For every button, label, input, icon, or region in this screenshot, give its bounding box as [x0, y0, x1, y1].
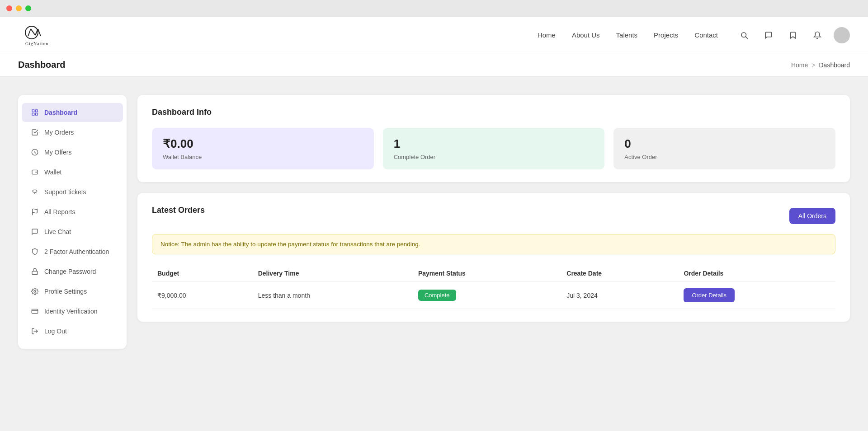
search-icon — [740, 31, 748, 39]
nav-contact[interactable]: Contact — [694, 31, 718, 39]
svg-rect-11 — [35, 113, 38, 115]
profile-settings-icon — [31, 287, 39, 295]
col-order-details: Order Details — [678, 265, 835, 282]
wallet-icon — [31, 168, 39, 176]
logo-icon: GigNation — [18, 22, 54, 49]
reports-icon — [31, 208, 39, 216]
live-chat-icon — [31, 228, 39, 236]
latest-orders-card: Latest Orders All Orders Notice: The adm… — [137, 193, 850, 322]
stats-row: ₹0.00 Wallet Balance 1 Complete Order 0 … — [152, 128, 835, 169]
navbar: GigNation Home About Us Talents Projects… — [0, 17, 868, 53]
row-payment-status: Complete — [413, 282, 561, 309]
breadcrumb-separator: > — [811, 61, 815, 69]
sidebar-item-support[interactable]: Support tickets — [22, 183, 123, 201]
svg-rect-9 — [35, 110, 38, 112]
wallet-balance-value: ₹0.00 — [163, 137, 363, 151]
sidebar-label-wallet: Wallet — [44, 169, 61, 176]
row-delivery-time: Less than a month — [253, 282, 413, 309]
sidebar-item-2fa[interactable]: 2 Factor Authentication — [22, 242, 123, 261]
complete-order-stat: 1 Complete Order — [383, 128, 605, 169]
sidebar: Dashboard My Orders My Offers — [18, 95, 127, 349]
sidebar-label-2fa: 2 Factor Authentication — [44, 248, 109, 255]
nav-about[interactable]: About Us — [572, 31, 600, 39]
sidebar-item-my-offers[interactable]: My Offers — [22, 143, 123, 162]
dashboard-icon — [31, 108, 39, 117]
sidebar-item-identity-verification[interactable]: Identity Verification — [22, 302, 123, 321]
sidebar-item-dashboard[interactable]: Dashboard — [22, 103, 123, 122]
nav-projects[interactable]: Projects — [654, 31, 678, 39]
close-dot[interactable] — [6, 5, 12, 11]
nav-home[interactable]: Home — [538, 31, 556, 39]
orders-icon — [31, 128, 39, 136]
svg-point-13 — [36, 172, 36, 172]
password-icon — [31, 267, 39, 276]
bookmark-icon — [789, 31, 797, 39]
active-order-value: 0 — [624, 137, 825, 151]
chat-button[interactable] — [760, 27, 777, 43]
complete-order-label: Complete Order — [394, 154, 594, 160]
row-order-details: Order Details — [678, 282, 835, 309]
col-delivery-time: Delivery Time — [253, 265, 413, 282]
2fa-icon — [31, 248, 39, 256]
title-bar — [0, 0, 868, 17]
nav-links: Home About Us Talents Projects Contact — [538, 31, 718, 39]
sidebar-label-logout: Log Out — [44, 328, 67, 335]
offers-icon — [31, 148, 39, 156]
active-order-label: Active Order — [624, 154, 825, 160]
breadcrumb-current: Dashboard — [819, 61, 850, 69]
sidebar-label-change-password: Change Password — [44, 268, 96, 275]
sidebar-label-identity-verification: Identity Verification — [44, 308, 98, 315]
svg-rect-17 — [32, 309, 38, 313]
main-content: Dashboard My Orders My Offers — [0, 77, 868, 431]
col-create-date: Create Date — [561, 265, 678, 282]
maximize-dot[interactable] — [25, 5, 31, 11]
sidebar-item-change-password[interactable]: Change Password — [22, 262, 123, 281]
order-details-button[interactable]: Order Details — [684, 288, 735, 302]
sidebar-label-dashboard: Dashboard — [44, 109, 77, 116]
sidebar-item-logout[interactable]: Log Out — [22, 322, 123, 341]
sidebar-item-my-orders[interactable]: My Orders — [22, 123, 123, 142]
breadcrumb-bar: Dashboard Home > Dashboard — [0, 53, 868, 77]
active-order-stat: 0 Active Order — [613, 128, 835, 169]
sidebar-item-live-chat[interactable]: Live Chat — [22, 222, 123, 241]
wallet-balance-label: Wallet Balance — [163, 154, 363, 160]
identity-icon — [31, 307, 39, 315]
sidebar-label-support: Support tickets — [44, 188, 86, 196]
sidebar-item-profile-settings[interactable]: Profile Settings — [22, 282, 123, 301]
col-budget: Budget — [152, 265, 253, 282]
nav-icons — [736, 27, 850, 43]
support-icon — [31, 188, 39, 196]
sidebar-label-all-reports: All Reports — [44, 208, 75, 216]
notice-box: Notice: The admin has the ability to upd… — [152, 234, 835, 254]
logout-icon — [31, 327, 39, 335]
search-button[interactable] — [736, 27, 752, 43]
wallet-balance-stat: ₹0.00 Wallet Balance — [152, 128, 374, 169]
svg-rect-15 — [32, 271, 38, 274]
svg-point-16 — [34, 290, 36, 292]
sidebar-label-live-chat: Live Chat — [44, 228, 71, 235]
avatar[interactable] — [834, 27, 850, 43]
minimize-dot[interactable] — [16, 5, 22, 11]
page-title: Dashboard — [18, 60, 65, 70]
row-budget: ₹9,000.00 — [152, 282, 253, 309]
svg-line-1 — [28, 29, 31, 36]
row-create-date: Jul 3, 2024 — [561, 282, 678, 309]
bell-button[interactable] — [809, 27, 826, 43]
dashboard-info-title: Dashboard Info — [152, 108, 835, 117]
all-orders-button[interactable]: All Orders — [789, 208, 835, 224]
svg-rect-8 — [32, 110, 34, 112]
svg-line-7 — [745, 37, 747, 38]
sidebar-label-my-offers: My Offers — [44, 149, 71, 156]
chat-icon — [764, 31, 773, 39]
complete-order-value: 1 — [394, 137, 594, 151]
nav-talents[interactable]: Talents — [616, 31, 638, 39]
svg-line-2 — [31, 29, 35, 35]
status-badge: Complete — [418, 290, 456, 301]
bookmark-button[interactable] — [785, 27, 801, 43]
sidebar-label-profile-settings: Profile Settings — [44, 288, 87, 295]
breadcrumb-home[interactable]: Home — [791, 61, 808, 69]
sidebar-item-wallet[interactable]: Wallet — [22, 163, 123, 182]
col-payment-status: Payment Status — [413, 265, 561, 282]
svg-rect-10 — [32, 113, 34, 115]
sidebar-item-all-reports[interactable]: All Reports — [22, 202, 123, 221]
